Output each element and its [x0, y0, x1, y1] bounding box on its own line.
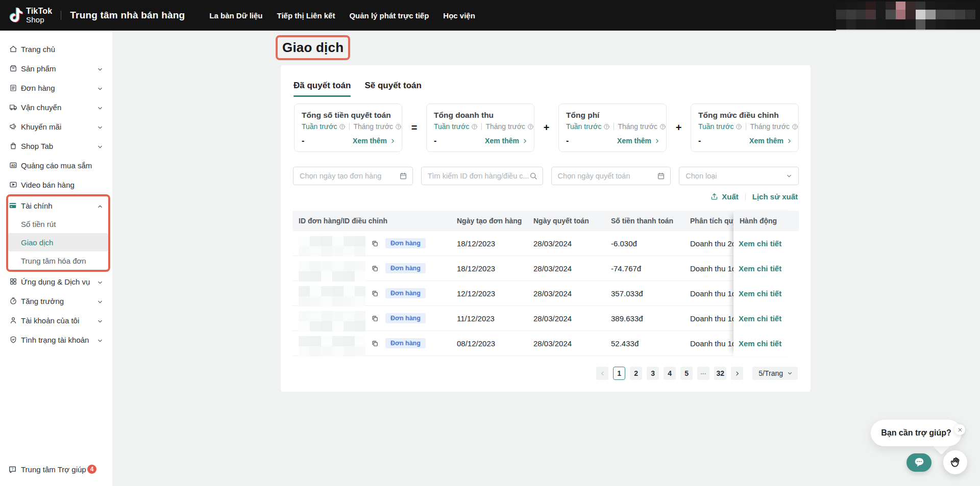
question-circle-icon[interactable]	[792, 123, 798, 130]
filter-input-3[interactable]: Chọn ngày quyết toán	[551, 167, 671, 185]
sidebar-item-8[interactable]: Video bán hàng	[0, 175, 112, 194]
hand-icon	[949, 456, 962, 469]
last-month-link[interactable]: Tháng trước	[353, 122, 393, 131]
question-circle-icon[interactable]	[659, 123, 666, 130]
copy-icon[interactable]	[371, 290, 379, 297]
hand-cursor-widget[interactable]	[943, 450, 967, 474]
view-detail-link-2[interactable]: Xem chi tiết	[739, 264, 781, 273]
settled-date-cell: 28/03/2024	[533, 239, 611, 248]
tiktok-shop-logo[interactable]: TikTok Shop	[9, 7, 52, 24]
sidebar-item-label: Đơn hàng	[21, 84, 55, 92]
sidebar-item-7[interactable]: ADQuảng cáo mua sắm	[0, 156, 112, 175]
table-row-2: Đơn hàng18/12/202328/03/2024-74.767đDoan…	[292, 256, 799, 281]
question-circle-icon[interactable]	[395, 123, 402, 130]
header-nav-item-1[interactable]: La bàn Dữ liệu	[209, 11, 262, 20]
svg-text:?: ?	[11, 467, 14, 471]
copy-icon[interactable]	[371, 340, 379, 347]
sidebar-item-10[interactable]: Ứng dụng & Dịch vụ	[0, 272, 112, 291]
export-button[interactable]: Xuất	[710, 192, 739, 201]
sidebar-item-13[interactable]: Tình trạng tài khoản	[0, 330, 112, 349]
chevron-right-icon	[654, 138, 660, 144]
help-tooltip-close-button[interactable]	[954, 424, 965, 435]
view-detail-link-5[interactable]: Xem chi tiết	[739, 339, 781, 348]
copy-icon[interactable]	[371, 240, 379, 247]
sidebar-item-1[interactable]: Trang chủ	[0, 39, 112, 59]
sidebar-item-5[interactable]: Khuyến mãi	[0, 117, 112, 136]
export-history-link[interactable]: Lịch sử xuất	[752, 192, 798, 201]
see-more-link[interactable]: Xem thêm	[617, 137, 660, 145]
sidebar-item-6[interactable]: Shop Tab	[0, 136, 112, 156]
filter-input-2[interactable]: Tìm kiếm ID đơn hàng/điều c...	[421, 167, 543, 185]
last-week-link[interactable]: Tuần trước	[566, 122, 601, 131]
summary-card-value: -	[302, 136, 304, 145]
analysis-cell: Doanh thu 1đ	[690, 289, 733, 298]
filter-input-4[interactable]: Chọn loại	[679, 167, 799, 185]
order-type-tag: Đơn hàng	[385, 238, 426, 248]
pagination-next-button[interactable]	[731, 367, 743, 380]
chat-fab-button[interactable]	[906, 453, 932, 472]
sidebar-subitem-3[interactable]: Trung tâm hóa đơn	[8, 251, 108, 270]
see-more-link[interactable]: Xem thêm	[485, 137, 528, 145]
actions-fixed-column: Hành độngXem chi tiếtXem chi tiếtXem chi…	[733, 211, 799, 356]
view-detail-link-3[interactable]: Xem chi tiết	[739, 289, 781, 298]
view-detail-link-1[interactable]: Xem chi tiết	[739, 239, 781, 248]
last-month-link[interactable]: Tháng trước	[618, 122, 657, 131]
tab-2[interactable]: Sẽ quyết toán	[364, 81, 421, 97]
last-month-link[interactable]: Tháng trước	[750, 122, 790, 131]
calendar-icon	[657, 172, 665, 180]
question-circle-icon[interactable]	[736, 123, 742, 130]
last-week-link[interactable]: Tuần trước	[434, 122, 469, 131]
transactions-table: ID đơn hàng/ID điều chỉnhNgày tạo đơn hà…	[292, 211, 799, 356]
summary-operator: =	[402, 122, 426, 134]
order-icon	[9, 84, 17, 92]
chevron-down-icon	[97, 123, 103, 130]
sidebar-item-label: Sản phẩm	[21, 64, 56, 73]
sidebar-subitem-2[interactable]: Giao dịch	[8, 233, 108, 251]
see-more-link[interactable]: Xem thêm	[353, 137, 396, 145]
view-detail-link-4[interactable]: Xem chi tiết	[739, 314, 781, 323]
sidebar-item-label: Tăng trưởng	[21, 297, 64, 305]
table-row-4: Đơn hàng11/12/202328/03/2024389.633đDoan…	[292, 306, 799, 331]
header-nav-item-3[interactable]: Quản lý phát trực tiếp	[349, 11, 429, 20]
chevron-down-icon	[97, 278, 103, 285]
links-divider	[349, 123, 350, 130]
pagination-prev-button[interactable]	[596, 367, 608, 380]
sidebar-subitem-1[interactable]: Số tiền rút	[8, 215, 108, 233]
filter-placeholder: Chọn loại	[685, 172, 785, 180]
question-circle-icon[interactable]	[471, 123, 478, 130]
filter-input-1[interactable]: Chọn ngày tạo đơn hàng	[293, 167, 413, 185]
pagination-page-3[interactable]: 3	[647, 367, 659, 380]
pagination-page-2[interactable]: 2	[630, 367, 642, 380]
sidebar-item-11[interactable]: Tăng trưởng	[0, 291, 112, 311]
sidebar-item-3[interactable]: Đơn hàng	[0, 78, 112, 97]
analysis-cell: Doanh thu 1đ	[690, 264, 733, 273]
pagination-page-5[interactable]: 5	[680, 367, 693, 380]
pagination-page-1[interactable]: 1	[613, 367, 625, 380]
sidebar-item-help-center[interactable]: ? Trung tâm Trợ giúp 4	[0, 459, 112, 479]
page-size-select[interactable]: 5/Trang	[752, 367, 798, 380]
last-month-link[interactable]: Tháng trước	[485, 122, 525, 131]
sidebar-item-label: Ứng dụng & Dịch vụ	[21, 277, 90, 286]
page-title-annotation-box: Giao dịch	[276, 35, 350, 60]
header-nav-item-2[interactable]: Tiếp thị Liên kết	[277, 11, 335, 20]
pagination-ellipsis[interactable]: •••	[697, 367, 709, 380]
question-circle-icon[interactable]	[339, 123, 346, 130]
question-circle-icon[interactable]	[527, 123, 534, 130]
copy-icon[interactable]	[371, 315, 379, 322]
last-week-link[interactable]: Tuần trước	[302, 122, 337, 131]
pagination-page-4[interactable]: 4	[664, 367, 676, 380]
finance-icon	[9, 201, 17, 210]
tiktok-logo-icon	[9, 7, 24, 24]
sidebar-item-9[interactable]: Tài chính	[8, 196, 108, 215]
last-week-link[interactable]: Tuần trước	[698, 122, 733, 131]
see-more-link[interactable]: Xem thêm	[749, 137, 792, 145]
sidebar-item-12[interactable]: Tài khoản của tôi	[0, 311, 112, 330]
sidebar-item-4[interactable]: Vận chuyển	[0, 97, 112, 117]
sidebar-item-2[interactable]: Sản phẩm	[0, 59, 112, 78]
copy-icon[interactable]	[371, 265, 379, 272]
pagination-page-32[interactable]: 32	[714, 367, 726, 380]
created-date-cell: 08/12/2023	[457, 339, 533, 348]
tab-1[interactable]: Đã quyết toán	[293, 81, 351, 97]
header-nav-item-4[interactable]: Học viện	[443, 11, 475, 20]
question-circle-icon[interactable]	[603, 123, 610, 130]
